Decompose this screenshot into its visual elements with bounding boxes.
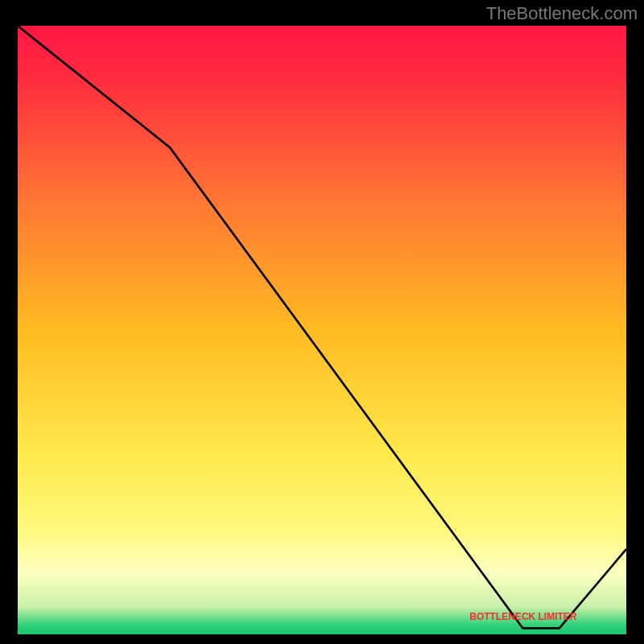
chart-line-svg — [18, 26, 626, 634]
chart-frame: BOTTLENECK LIMITER — [16, 24, 628, 636]
chart-container: TheBottleneck.com BOTTLENECK LIMITER — [0, 0, 644, 644]
watermark-text: TheBottleneck.com — [486, 3, 638, 24]
limiter-label: BOTTLENECK LIMITER — [469, 611, 576, 622]
series-line — [18, 26, 626, 628]
